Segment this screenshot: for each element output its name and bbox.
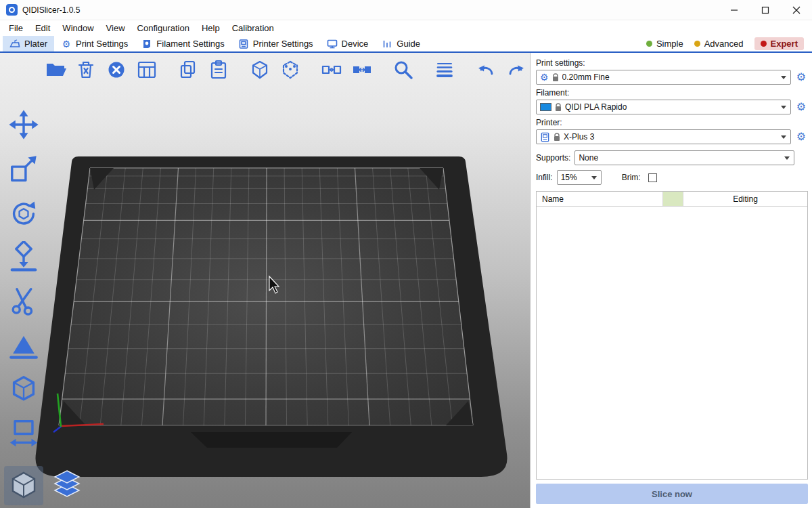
print-bed bbox=[0, 53, 530, 508]
print-settings-combo[interactable]: ⚙ 0.20mm Fine bbox=[536, 70, 791, 85]
tab-print-settings[interactable]: ⚙ Print Settings bbox=[54, 36, 135, 51]
delete-all-icon bbox=[106, 59, 127, 81]
cut-button[interactable] bbox=[5, 283, 42, 318]
slice-now-button[interactable]: Slice now bbox=[536, 484, 808, 504]
tab-plater[interactable]: Plater bbox=[3, 36, 54, 51]
brim-checkbox[interactable] bbox=[648, 173, 657, 182]
variable-layer-height-button[interactable] bbox=[431, 56, 458, 83]
tab-printer-settings[interactable]: Printer Settings bbox=[231, 36, 320, 51]
menu-edit[interactable]: Edit bbox=[29, 22, 56, 35]
supports-combo[interactable]: None bbox=[574, 150, 794, 165]
lock-icon bbox=[552, 73, 559, 82]
advanced-mode-dot-icon bbox=[694, 41, 700, 47]
preview-view-button[interactable] bbox=[47, 466, 87, 505]
menu-file[interactable]: File bbox=[3, 22, 29, 35]
menu-window[interactable]: Window bbox=[56, 22, 99, 35]
undo-button[interactable] bbox=[472, 56, 499, 83]
infill-combo[interactable]: 15% bbox=[557, 170, 602, 185]
tab-printer-settings-label: Printer Settings bbox=[253, 39, 313, 49]
printer-combo[interactable]: X-Plus 3 bbox=[536, 129, 791, 144]
close-button[interactable] bbox=[781, 0, 812, 20]
paste-button[interactable] bbox=[205, 56, 232, 83]
delete-icon bbox=[75, 59, 97, 81]
menu-calibration[interactable]: Calibration bbox=[226, 22, 280, 35]
place-on-face-button[interactable] bbox=[5, 239, 42, 274]
delete-button[interactable] bbox=[72, 56, 99, 83]
delete-all-button[interactable] bbox=[103, 56, 130, 83]
copy-button[interactable] bbox=[175, 56, 202, 83]
supports-value: None bbox=[579, 153, 781, 163]
menu-view[interactable]: View bbox=[100, 22, 131, 35]
search-button[interactable] bbox=[390, 56, 417, 83]
arrange-button[interactable] bbox=[133, 56, 160, 83]
object-list[interactable]: Name Editing bbox=[536, 191, 808, 480]
filament-color-swatch bbox=[540, 103, 551, 111]
editing-column-header: Editing bbox=[683, 192, 807, 206]
measure-button[interactable] bbox=[5, 415, 42, 450]
remove-instance-button[interactable] bbox=[277, 56, 304, 83]
cut-icon bbox=[8, 285, 39, 316]
3d-viewport[interactable] bbox=[0, 53, 530, 508]
guide-icon bbox=[382, 39, 392, 49]
object-list-header: Name Editing bbox=[537, 192, 807, 207]
copy-icon bbox=[177, 59, 199, 81]
tab-filament-settings[interactable]: Filament Settings bbox=[135, 36, 231, 51]
split-objects-icon bbox=[321, 59, 342, 81]
scale-button[interactable] bbox=[5, 151, 42, 186]
filament-combo[interactable]: QIDI PLA Rapido bbox=[536, 100, 791, 114]
left-toolbar bbox=[5, 107, 42, 450]
print-settings-icon: ⚙ bbox=[61, 39, 72, 49]
support-paint-button[interactable] bbox=[5, 327, 42, 362]
tab-guide[interactable]: Guide bbox=[375, 36, 427, 51]
undo-icon bbox=[475, 59, 497, 81]
print-settings-gear-button[interactable]: ⚙ bbox=[794, 70, 808, 84]
brim-label: Brim: bbox=[622, 173, 641, 182]
maximize-button[interactable] bbox=[750, 0, 781, 20]
supports-label: Supports: bbox=[536, 153, 570, 163]
maximize-icon bbox=[761, 6, 769, 14]
chevron-down-icon bbox=[781, 135, 786, 139]
minimize-icon bbox=[730, 6, 738, 14]
split-parts-button[interactable] bbox=[348, 56, 376, 83]
move-button[interactable] bbox=[5, 107, 42, 142]
support-paint-icon bbox=[8, 329, 39, 360]
mode-advanced-label: Advanced bbox=[704, 39, 744, 49]
tab-device[interactable]: Device bbox=[320, 36, 376, 51]
menu-configuration[interactable]: Configuration bbox=[131, 22, 196, 35]
chevron-down-icon bbox=[784, 156, 790, 160]
print-settings-label: Print settings: bbox=[536, 58, 808, 68]
title-bar: QIDISlicer-1.0.5 bbox=[0, 0, 812, 20]
split-objects-button[interactable] bbox=[318, 56, 345, 83]
add-instance-button[interactable] bbox=[246, 56, 273, 83]
filament-label: Filament: bbox=[536, 88, 808, 98]
device-icon bbox=[327, 39, 338, 49]
rotate-icon bbox=[8, 197, 39, 228]
seam-button[interactable] bbox=[5, 371, 42, 406]
name-column-header: Name bbox=[537, 192, 663, 206]
mode-expert[interactable]: Expert bbox=[754, 37, 804, 50]
tab-print-settings-label: Print Settings bbox=[76, 39, 128, 49]
object-list-body[interactable] bbox=[537, 207, 807, 479]
preview-view-icon bbox=[51, 469, 83, 502]
mode-advanced[interactable]: Advanced bbox=[694, 39, 744, 49]
tab-filament-settings-label: Filament Settings bbox=[156, 39, 224, 49]
arrange-icon bbox=[136, 59, 158, 81]
window-controls bbox=[719, 0, 812, 20]
expert-mode-dot-icon bbox=[761, 41, 767, 47]
top-toolbar bbox=[42, 56, 530, 83]
infill-label: Infill: bbox=[536, 173, 553, 182]
simple-mode-dot-icon bbox=[646, 41, 652, 47]
menu-help[interactable]: Help bbox=[196, 22, 226, 35]
mode-simple[interactable]: Simple bbox=[646, 39, 683, 49]
open-button[interactable] bbox=[42, 56, 69, 83]
filament-gear-button[interactable]: ⚙ bbox=[794, 100, 808, 114]
printer-value: X-Plus 3 bbox=[564, 132, 777, 142]
redo-button[interactable] bbox=[503, 56, 530, 83]
infill-value: 15% bbox=[561, 173, 588, 182]
3d-editor-view-button[interactable] bbox=[4, 466, 43, 505]
printer-gear-button[interactable]: ⚙ bbox=[794, 130, 808, 144]
mode-simple-label: Simple bbox=[656, 39, 683, 49]
rotate-button[interactable] bbox=[5, 195, 42, 230]
redo-icon bbox=[505, 59, 527, 81]
minimize-button[interactable] bbox=[719, 0, 750, 20]
